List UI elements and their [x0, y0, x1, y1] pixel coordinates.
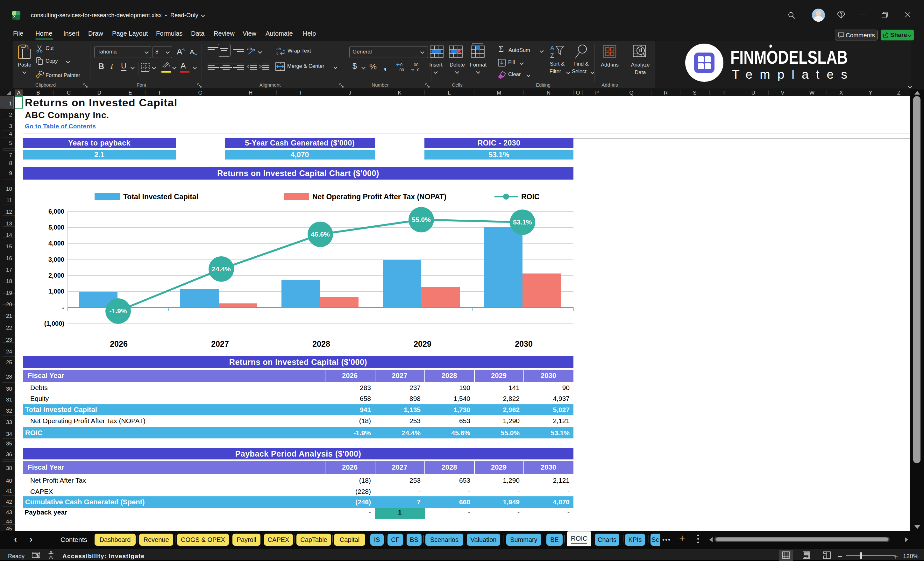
svg-text:ab: ab [247, 46, 252, 51]
svg-text:.00: .00 [398, 68, 404, 72]
svg-text:0: 0 [400, 62, 402, 67]
svg-text:Z: Z [550, 52, 554, 59]
svg-text:A: A [550, 45, 554, 51]
svg-text:0: 0 [417, 68, 419, 72]
svg-text:.00: .00 [412, 62, 418, 67]
svg-text:c: c [276, 51, 279, 56]
svg-text:ab: ab [276, 46, 281, 51]
